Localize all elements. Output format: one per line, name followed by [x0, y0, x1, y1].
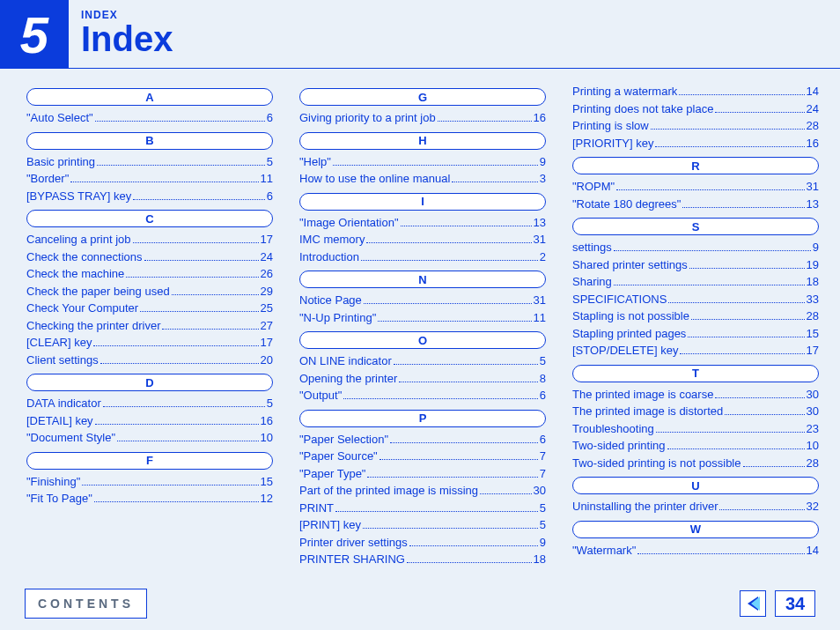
- index-entry[interactable]: Printing a watermark14: [572, 83, 819, 100]
- index-entry[interactable]: "Fit To Page"12: [26, 490, 273, 508]
- index-entry[interactable]: Stapling is not possible28: [572, 308, 819, 325]
- leader-dots: [715, 397, 804, 398]
- index-entry[interactable]: Checking the printer driver27: [26, 317, 273, 335]
- index-entry[interactable]: "ROPM"31: [572, 178, 819, 196]
- index-entry[interactable]: DATA indicator5: [26, 395, 273, 412]
- index-entry[interactable]: "Watermark"14: [572, 542, 819, 560]
- leader-dots: [343, 398, 538, 399]
- leader-dots: [614, 285, 805, 285]
- index-entry[interactable]: "Help"9: [299, 153, 546, 171]
- entry-page: 5: [540, 352, 546, 370]
- prev-page-button[interactable]: [740, 590, 766, 617]
- index-entry[interactable]: Check the connections24: [26, 248, 273, 266]
- leader-dots: [70, 182, 258, 182]
- header: 5 INDEX Index: [0, 0, 840, 69]
- index-column: GGiving priority to a print job16H"Help"…: [299, 83, 546, 568]
- entry-label: Stapling is not possible: [572, 308, 689, 325]
- entry-label: [STOP/DELETE] key: [572, 342, 678, 359]
- entry-label: "Help": [299, 153, 331, 171]
- entry-page: 27: [261, 317, 273, 335]
- index-entry[interactable]: Check the paper being used29: [26, 283, 273, 300]
- index-entry[interactable]: Printer driver settings9: [299, 534, 546, 552]
- letter-pill: A: [26, 88, 273, 106]
- index-entry[interactable]: "Rotate 180 degrees"13: [572, 196, 819, 213]
- index-entry[interactable]: "Auto Select"6: [26, 109, 273, 127]
- index-entry[interactable]: Giving priority to a print job16: [299, 109, 546, 127]
- index-entry[interactable]: Canceling a print job17: [26, 231, 273, 248]
- entry-label: The printed image is distorted: [572, 403, 723, 420]
- index-entry[interactable]: "Paper Source"7: [299, 448, 546, 465]
- entry-page: 9: [813, 239, 819, 256]
- leader-dots: [144, 260, 259, 261]
- entry-page: 24: [807, 100, 819, 118]
- index-entry[interactable]: The printed image is distorted30: [572, 403, 819, 420]
- index-entry[interactable]: PRINT5: [299, 500, 546, 517]
- index-entry[interactable]: [BYPASS TRAY] key6: [26, 188, 273, 205]
- entry-page: 15: [261, 473, 273, 491]
- chapter-number: 5: [0, 0, 69, 69]
- index-entry[interactable]: Basic printing5: [26, 153, 273, 171]
- entry-label: [CLEAR] key: [26, 334, 92, 352]
- index-entry[interactable]: "Finishing"15: [26, 473, 273, 491]
- index-entry[interactable]: Sharing18: [572, 273, 819, 291]
- index-entry[interactable]: [CLEAR] key17: [26, 334, 273, 352]
- entry-page: 30: [534, 482, 546, 500]
- index-entry[interactable]: "Border"11: [26, 170, 273, 188]
- index-entry[interactable]: Troubleshooting23: [572, 420, 819, 438]
- index-entry[interactable]: Uninstalling the printer driver32: [572, 498, 819, 515]
- entry-label: Troubleshooting: [572, 420, 654, 438]
- index-entry[interactable]: "Output"6: [299, 387, 546, 404]
- index-entry[interactable]: Printing is slow28: [572, 117, 819, 135]
- index-entry[interactable]: "N-Up Printing"11: [299, 309, 546, 327]
- entry-page: 31: [807, 178, 819, 196]
- entry-page: 5: [267, 395, 273, 412]
- index-entry[interactable]: Check the machine26: [26, 265, 273, 283]
- index-entry[interactable]: SPECIFICATIONS33: [572, 291, 819, 308]
- entry-label: Client settings: [26, 352, 99, 369]
- letter-pill: U: [572, 477, 819, 494]
- leader-dots: [407, 562, 532, 563]
- letter-pill: N: [299, 271, 546, 288]
- index-column: A"Auto Select"6BBasic printing5"Border"1…: [26, 83, 273, 568]
- index-entry[interactable]: [DETAIL] key16: [26, 412, 273, 430]
- index-entry[interactable]: Two-sided printing10: [572, 437, 819, 455]
- entry-page: 28: [807, 117, 819, 135]
- index-entry[interactable]: Opening the printer8: [299, 370, 546, 388]
- entry-label: Printer driver settings: [299, 534, 408, 552]
- index-entry[interactable]: "Paper Type"7: [299, 465, 546, 483]
- entry-label: Stapling printed pages: [572, 325, 686, 343]
- index-entry[interactable]: Shared printer settings19: [572, 256, 819, 274]
- index-entry[interactable]: PRINTER SHARING18: [299, 551, 546, 568]
- index-entry[interactable]: [STOP/DELETE] key17: [572, 342, 819, 359]
- leader-dots: [743, 466, 805, 467]
- index-entry[interactable]: Two-sided printing is not possible28: [572, 455, 819, 472]
- entry-label: "Fit To Page": [26, 490, 92, 508]
- index-entry[interactable]: settings9: [572, 239, 819, 256]
- index-entry[interactable]: "Image Orientation"13: [299, 214, 546, 232]
- index-entry[interactable]: Check Your Computer25: [26, 300, 273, 317]
- entry-page: 6: [267, 188, 273, 205]
- index-entry[interactable]: [PRIORITY] key16: [572, 135, 819, 152]
- index-entry[interactable]: How to use the online manual3: [299, 170, 546, 188]
- leader-dots: [688, 337, 804, 337]
- index-entry[interactable]: Part of the printed image is missing30: [299, 482, 546, 500]
- contents-button[interactable]: CONTENTS: [25, 589, 147, 619]
- index-entry[interactable]: Stapling printed pages15: [572, 325, 819, 343]
- leader-dots: [679, 94, 804, 95]
- footer: CONTENTS 34: [0, 577, 840, 630]
- index-entry[interactable]: "Paper Selection"6: [299, 431, 546, 448]
- index-entry[interactable]: IMC memory31: [299, 231, 546, 248]
- leader-dots: [719, 509, 804, 510]
- entry-label: "Auto Select": [26, 109, 93, 127]
- leader-dots: [82, 485, 258, 485]
- index-entry[interactable]: Introduction2: [299, 248, 546, 266]
- index-entry[interactable]: ON LINE indicator5: [299, 352, 546, 370]
- index-entry[interactable]: Notice Page31: [299, 292, 546, 309]
- leader-dots: [667, 448, 805, 449]
- index-entry[interactable]: [PRINT] key5: [299, 516, 546, 534]
- entry-page: 14: [807, 542, 819, 560]
- index-entry[interactable]: Printing does not take place24: [572, 100, 819, 118]
- index-entry[interactable]: Client settings20: [26, 352, 273, 369]
- index-entry[interactable]: "Document Style"10: [26, 429, 273, 447]
- index-entry[interactable]: The printed image is coarse30: [572, 386, 819, 404]
